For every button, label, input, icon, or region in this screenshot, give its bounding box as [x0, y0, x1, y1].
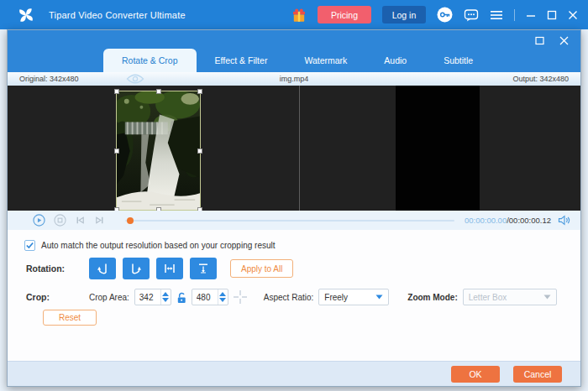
rotate-left-button[interactable]	[89, 258, 116, 279]
crop-height-input[interactable]	[192, 293, 218, 302]
crop-handle-top-left[interactable]	[114, 89, 119, 94]
zoom-mode-dropdown[interactable]: Letter Box	[463, 289, 557, 305]
crop-row: Crop: Crop Area:	[26, 289, 557, 305]
feedback-icon[interactable]	[464, 8, 479, 23]
titlebar-divider	[514, 9, 515, 21]
gift-icon[interactable]	[291, 8, 307, 23]
app-logo-icon	[17, 6, 35, 24]
crop-selection[interactable]	[116, 91, 201, 211]
output-preview-frame	[396, 86, 480, 211]
tab-rotate-crop[interactable]: Rotate & Crop	[103, 49, 197, 72]
rotation-label: Rotation:	[26, 263, 89, 274]
zoom-mode-label: Zoom Mode:	[407, 293, 457, 302]
tab-effect-filter[interactable]: Effect & Filter	[197, 49, 286, 72]
next-frame-icon[interactable]	[94, 215, 105, 226]
titlebar: Tipard Video Converter Ultimate Pricing …	[0, 0, 588, 29]
output-resolution-label: Output: 342x480	[512, 75, 569, 83]
aspect-ratio-value: Freely	[324, 293, 348, 302]
crop-height-field	[192, 289, 228, 305]
options-panel: Auto match the output resolution based o…	[8, 230, 580, 361]
zoom-mode-value: Letter Box	[469, 293, 507, 302]
auto-match-checkbox[interactable]	[24, 240, 35, 251]
rotation-row: Rotation:	[26, 258, 293, 279]
flip-vertical-button[interactable]	[190, 258, 217, 279]
rotate-right-button[interactable]	[123, 258, 150, 279]
login-button[interactable]: Log in	[382, 6, 426, 23]
aspect-ratio-dropdown[interactable]: Freely	[318, 289, 389, 305]
dialog-header: Rotate & Crop Effect & Filter Watermark …	[8, 30, 580, 72]
waterfall-video-frame	[117, 91, 200, 210]
cancel-button[interactable]: Cancel	[513, 366, 562, 383]
app-window: Tipard Video Converter Ultimate Pricing …	[0, 0, 588, 391]
center-crosshair-icon[interactable]	[233, 289, 248, 305]
minimize-icon[interactable]	[526, 10, 536, 20]
dialog-footer: OK Cancel	[8, 361, 580, 386]
total-time: /00:00:00.12	[507, 216, 551, 225]
current-time: 00:00:00.00	[465, 216, 507, 225]
reset-button[interactable]: Reset	[43, 310, 97, 326]
info-bar: Original: 342x480 img.mp4 Output: 342x48…	[8, 72, 580, 86]
register-key-icon[interactable]	[437, 7, 453, 23]
playback-controls: 00:00:00.00/00:00:00.12	[8, 211, 580, 230]
crop-handle-top-right[interactable]	[197, 89, 202, 94]
file-name: img.mp4	[8, 75, 580, 83]
seek-thumb[interactable]	[127, 217, 134, 224]
volume-icon[interactable]	[558, 215, 570, 226]
maximize-icon[interactable]	[547, 10, 557, 20]
seek-track	[125, 220, 454, 222]
seek-slider[interactable]	[125, 217, 454, 224]
previous-frame-icon[interactable]	[75, 215, 86, 226]
titlebar-actions: Pricing Log in	[291, 6, 578, 23]
auto-match-option[interactable]: Auto match the output resolution based o…	[24, 240, 276, 251]
crop-handle-bottom-right[interactable]	[197, 207, 202, 211]
auto-match-label: Auto match the output resolution based o…	[41, 241, 276, 250]
aspect-ratio-label: Aspect Ratio:	[264, 293, 313, 302]
crop-handle-bottom-left[interactable]	[114, 207, 119, 211]
edit-tabs: Rotate & Crop Effect & Filter Watermark …	[103, 49, 491, 72]
lock-aspect-icon[interactable]	[176, 291, 187, 304]
chevron-down-icon	[543, 295, 551, 300]
play-icon[interactable]	[33, 214, 45, 227]
crop-width-field	[134, 289, 171, 305]
time-display: 00:00:00.00/00:00:00.12	[465, 216, 551, 225]
crop-width-stepper[interactable]	[160, 289, 171, 305]
tab-audio[interactable]: Audio	[365, 49, 425, 72]
stop-icon[interactable]	[54, 214, 66, 227]
chevron-down-icon	[375, 295, 383, 300]
crop-width-input[interactable]	[135, 293, 160, 302]
menu-icon[interactable]	[490, 9, 503, 21]
reset-row: Reset	[43, 310, 97, 326]
close-icon[interactable]	[568, 10, 578, 20]
edit-dialog: Rotate & Crop Effect & Filter Watermark …	[7, 29, 581, 387]
dialog-maximize-icon[interactable]	[535, 36, 544, 45]
crop-height-stepper[interactable]	[218, 289, 228, 305]
crop-handle-bottom-center[interactable]	[156, 207, 161, 211]
ok-button[interactable]: OK	[451, 366, 500, 383]
apply-to-all-button[interactable]: Apply to All	[230, 259, 293, 278]
crop-handle-mid-right[interactable]	[197, 149, 202, 154]
dialog-close-icon[interactable]	[559, 36, 569, 45]
tab-watermark[interactable]: Watermark	[286, 49, 365, 72]
crop-handle-top-center[interactable]	[156, 89, 161, 94]
preview-divider	[299, 86, 300, 211]
app-title: Tipard Video Converter Ultimate	[49, 10, 186, 20]
video-preview-area	[8, 86, 580, 211]
crop-area-label: Crop Area:	[89, 293, 129, 302]
pricing-button[interactable]: Pricing	[318, 6, 371, 23]
crop-label: Crop:	[26, 292, 89, 302]
tab-subtitle[interactable]: Subtitle	[425, 49, 491, 72]
flip-horizontal-button[interactable]	[156, 258, 183, 279]
crop-handle-mid-left[interactable]	[114, 149, 119, 154]
